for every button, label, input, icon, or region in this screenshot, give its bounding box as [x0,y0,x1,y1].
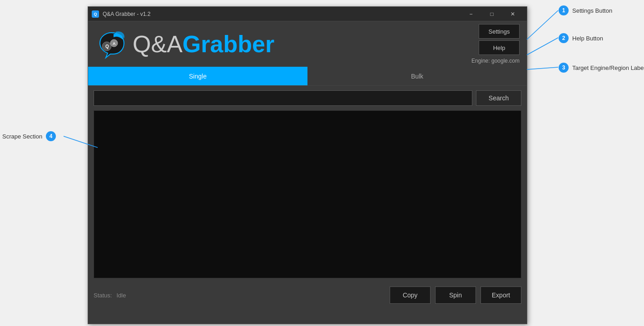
logo-area: Q A Q&AGrabber [95,28,274,60]
copy-button[interactable]: Copy [390,286,431,304]
status-label: Status: [94,292,112,299]
tab-bulk[interactable]: Bulk [307,67,527,85]
header-right: Settings Help Engine: google.com [471,24,520,64]
annotation-bubble-4: 4 [46,131,56,141]
svg-line-5 [527,38,558,55]
search-bar: Search [88,86,527,110]
engine-value: google.com [491,58,520,64]
spin-button[interactable]: Spin [435,286,476,304]
search-button[interactable]: Search [476,90,521,106]
annotation-bubble-1: 1 [559,5,569,15]
title-bar: Q Q&A Grabber - v1.2 − □ ✕ [88,7,527,21]
tab-single[interactable]: Single [88,67,307,85]
annotation-1: 1 Settings Button [559,5,612,15]
logo-grabber: Grabber [183,31,274,57]
engine-label: Engine: google.com [471,58,520,64]
tab-bar: Single Bulk [88,67,527,86]
annotation-2: 2 Help Button [559,33,603,43]
help-button[interactable]: Help [479,40,520,55]
logo-qa: Q [133,31,151,57]
svg-line-4 [527,10,558,40]
minimize-button[interactable]: − [461,7,481,21]
close-button[interactable]: ✕ [502,7,523,21]
window-controls: − □ ✕ [461,7,523,21]
annotation-4: Scrape Section 4 [2,131,56,141]
main-window: Q Q&A Grabber - v1.2 − □ ✕ Q A [88,6,527,324]
search-input[interactable] [94,90,472,106]
window-title: Q&A Grabber - v1.2 [103,11,461,17]
status-value: Idle [116,292,385,299]
scrape-section [94,110,521,278]
svg-line-6 [527,67,558,69]
maximize-button[interactable]: □ [481,7,502,21]
annotation-bubble-3: 3 [559,63,569,73]
annotation-label-1: Settings Button [572,7,612,14]
svg-text:A: A [113,41,116,46]
engine-prefix: Engine: [471,58,490,64]
annotation-label-3: Target Engine/Region Label [572,64,644,71]
annotation-3: 3 Target Engine/Region Label [559,63,644,73]
app-icon: Q [92,10,99,18]
logo-icon: Q A [95,28,127,60]
status-bar: Status: Idle Copy Spin Export [88,282,527,308]
svg-text:Q: Q [105,44,109,49]
annotation-label-4-text: Scrape Section [2,133,42,140]
annotation-label-2: Help Button [572,35,603,42]
export-button[interactable]: Export [481,286,521,304]
settings-button[interactable]: Settings [479,24,520,39]
app-header: Q A Q&AGrabber Settings Help Engine: goo… [88,21,527,67]
annotation-bubble-2: 2 [559,33,569,43]
logo-amp: &A [151,31,182,57]
logo-title: Q&AGrabber [133,32,274,56]
